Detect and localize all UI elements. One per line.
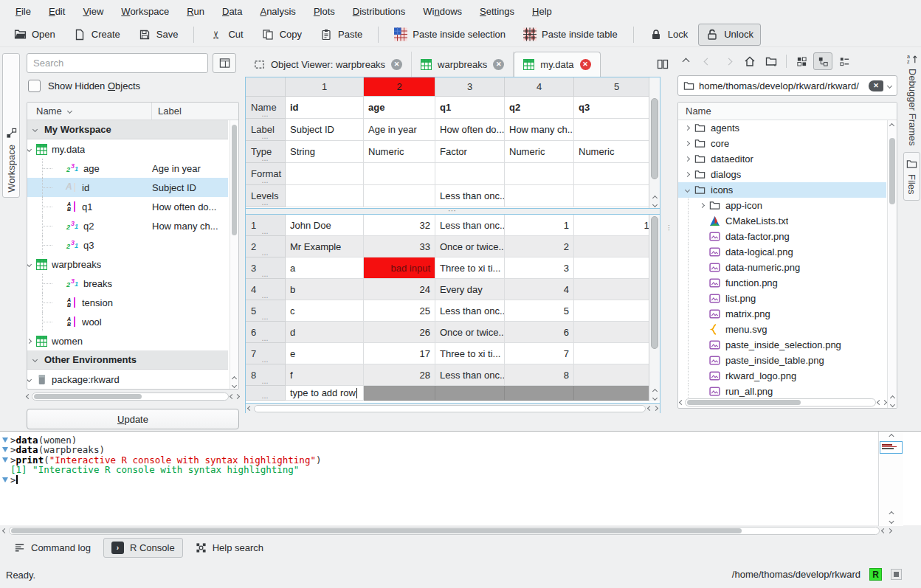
tree-item-q2[interactable]: 231 q2How many ch... — [27, 216, 228, 235]
scrollbar-thumb[interactable] — [651, 216, 658, 349]
column-header-5[interactable]: 5 — [574, 77, 660, 97]
data-cell[interactable]: 8 — [505, 364, 574, 386]
data-cell[interactable]: John Doe — [286, 215, 364, 236]
collapse-icon[interactable] — [32, 357, 38, 362]
sync-folder-button[interactable] — [762, 52, 781, 70]
data-cell[interactable]: 33 — [364, 236, 435, 257]
update-button[interactable]: Update — [27, 409, 239, 429]
menu-data[interactable]: Data — [214, 3, 250, 20]
meta-cell[interactable] — [505, 185, 574, 207]
show-hidden-checkbox[interactable] — [28, 80, 41, 92]
menu-workspace[interactable]: Workspace — [113, 3, 177, 20]
tree-item-tension[interactable]: AB tension — [27, 293, 228, 312]
toolbar-paste-button[interactable]: Paste — [312, 24, 370, 46]
tree-item-wool[interactable]: AB wool — [27, 312, 228, 331]
close-tab-icon[interactable]: ✕ — [391, 59, 402, 70]
scroll-left-icon[interactable] — [26, 394, 31, 399]
meta-cell[interactable]: Numeric — [364, 141, 435, 163]
column-header-2[interactable]: 2 — [364, 77, 435, 97]
meta-row-name[interactable]: Name⋯ — [246, 97, 286, 119]
file-item-CMakeLists.txt[interactable]: CMakeLists.txt — [678, 213, 886, 229]
file-item-matrix.png[interactable]: matrix.png — [678, 306, 886, 322]
collapse-icon[interactable] — [32, 127, 38, 132]
file-tree-vscrollbar[interactable] — [887, 120, 897, 408]
object-tree-vscrollbar[interactable] — [230, 120, 238, 389]
path-text[interactable]: home/thomas/develop/rkward/rkward/ — [699, 80, 864, 91]
file-item-list.png[interactable]: list.png — [678, 291, 886, 306]
toolbar-lock-button[interactable]: Lock — [642, 24, 695, 46]
split-view-button[interactable] — [657, 52, 673, 77]
data-cell[interactable]: Less than onc... — [435, 215, 505, 236]
scrollbar-thumb[interactable] — [232, 125, 237, 235]
expand-icon[interactable] — [685, 125, 690, 131]
data-cell[interactable]: 6 — [505, 322, 574, 343]
meta-cell[interactable]: id — [286, 97, 364, 119]
tree-item-my.data[interactable]: my.data — [27, 139, 228, 159]
row-header-4[interactable]: 4⋯ — [246, 279, 286, 300]
meta-row-label[interactable]: Label⋯ — [246, 119, 286, 141]
file-item-menu.svg[interactable]: menu.svg — [678, 322, 886, 337]
row-header-2[interactable]: 2⋯ — [246, 236, 286, 257]
meta-row-type[interactable]: Type⋯ — [246, 141, 286, 163]
meta-cell[interactable] — [574, 119, 660, 141]
toolbar-paste-inside-table-button[interactable]: Paste inside table — [516, 24, 625, 46]
editor-hscrollbar[interactable] — [246, 403, 660, 413]
expand-icon[interactable] — [27, 146, 32, 151]
meta-cell[interactable] — [574, 185, 660, 207]
minimap-viewport[interactable] — [880, 441, 903, 454]
menu-run[interactable]: Run — [179, 3, 213, 20]
meta-cell[interactable]: Less than onc... — [435, 185, 505, 207]
file-item-core[interactable]: core — [678, 136, 886, 151]
data-cell[interactable]: 10 — [574, 215, 660, 236]
tree-item-women[interactable]: women — [27, 331, 228, 350]
combobox-dropdown-icon[interactable] — [887, 83, 892, 88]
row-header-5[interactable]: 5⋯ — [246, 300, 286, 322]
meta-cell[interactable] — [364, 185, 435, 207]
data-cell[interactable]: 4 — [574, 343, 660, 364]
meta-cell[interactable]: String — [286, 141, 364, 163]
editor-splitter[interactable]: ⋯ — [246, 208, 660, 215]
data-cell[interactable]: Once or twice... — [435, 322, 505, 343]
meta-cell[interactable] — [364, 163, 435, 185]
data-cell[interactable]: 17 — [364, 343, 435, 364]
toolbar-create-button[interactable]: Create — [66, 24, 128, 46]
menu-windows[interactable]: Windows — [415, 3, 470, 20]
scrollbar-thumb[interactable] — [889, 138, 895, 204]
menu-distributions[interactable]: Distributions — [345, 3, 414, 20]
data-cell[interactable]: 32 — [364, 215, 435, 236]
data-cell[interactable]: Mr Example — [286, 236, 364, 257]
tree-view-button[interactable] — [813, 52, 832, 70]
meta-cell[interactable]: q3 — [574, 97, 660, 119]
file-item-icons[interactable]: icons — [678, 182, 886, 198]
expand-icon[interactable] — [27, 338, 32, 343]
meta-cell[interactable]: q2 — [505, 97, 574, 119]
close-tab-icon[interactable]: ✕ — [493, 59, 504, 70]
tree-item-q1[interactable]: AB q1How often do... — [27, 197, 228, 216]
clear-path-icon[interactable]: ✕ — [869, 80, 883, 91]
scrollbar-thumb[interactable] — [651, 98, 658, 179]
meta-cell[interactable]: How often do... — [435, 119, 505, 141]
stop-engine-button[interactable] — [891, 569, 902, 580]
section-my-workspace[interactable]: My Workspace — [27, 120, 228, 139]
file-item-rkward_logo.png[interactable]: rkward_logo.png — [678, 368, 886, 384]
data-cell[interactable]: b — [286, 279, 364, 300]
expand-icon[interactable] — [685, 141, 690, 146]
file-tree-header[interactable]: Name — [678, 103, 897, 120]
meta-cell[interactable]: age — [364, 97, 435, 119]
file-item-paste_inside_table.png[interactable]: paste_inside_table.png — [678, 353, 886, 368]
expand-icon[interactable] — [27, 261, 32, 266]
row-header-8[interactable]: 8⋯ — [246, 364, 286, 386]
toolbar-save-button[interactable]: Save — [131, 24, 186, 46]
file-item-dataeditor[interactable]: dataeditor — [678, 151, 886, 167]
close-tab-icon[interactable]: ✕ — [580, 59, 591, 70]
panel-options-button[interactable] — [213, 53, 236, 73]
tab-my-data[interactable]: my.data ✕ — [514, 52, 600, 77]
data-cell[interactable]: Every day — [435, 279, 505, 300]
data-cell[interactable]: a — [286, 257, 364, 279]
file-item-agents[interactable]: agents — [678, 120, 886, 136]
menu-view[interactable]: View — [75, 3, 111, 20]
column-header-1[interactable]: 1 — [286, 77, 364, 97]
row-header-1[interactable]: 1⋯ — [246, 215, 286, 236]
meta-cell[interactable]: How many ch... — [505, 119, 574, 141]
tab-object-viewer-warpbreaks[interactable]: Object Viewer: warpbreaks ✕ — [245, 52, 412, 77]
